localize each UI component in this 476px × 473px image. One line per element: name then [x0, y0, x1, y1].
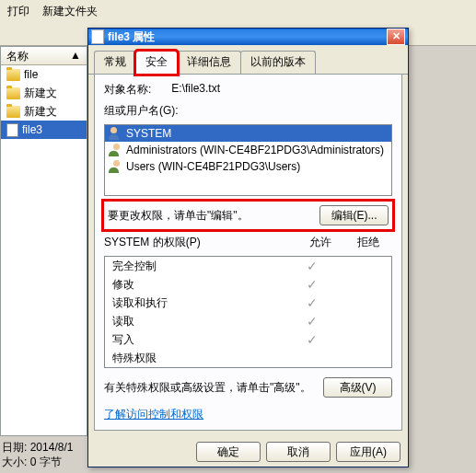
date-value: 2014/8/1	[30, 441, 74, 454]
advanced-hint-text: 有关特殊权限或高级设置，请单击"高级"。	[104, 381, 323, 394]
object-name-value: E:\file3.txt	[171, 82, 220, 98]
allow-header: 允许	[296, 235, 344, 250]
close-button[interactable]: ✕	[387, 29, 405, 45]
permission-name: 读取	[112, 314, 288, 329]
file-item-label: file3	[22, 123, 42, 136]
titlebar[interactable]: file3 属性 ✕	[88, 29, 408, 45]
allow-check-icon: ✓	[288, 332, 336, 347]
principals-list[interactable]: SYSTEMAdministrators (WIN-CE4BF21PDG3\Ad…	[104, 124, 392, 196]
principal-item[interactable]: Administrators (WIN-CE4BF21PDG3\Administ…	[105, 142, 391, 158]
edit-permissions-row: 要更改权限，请单击"编辑"。 编辑(E)...	[104, 202, 392, 229]
permission-row: 读取✓	[105, 312, 391, 330]
permissions-for-label: SYSTEM 的权限(P)	[104, 235, 296, 250]
apply-button[interactable]: 应用(A)	[336, 442, 401, 462]
tab-安全[interactable]: 安全	[135, 51, 178, 75]
file-list-panel: 名称 ▲ file新建文新建文file3	[0, 46, 87, 436]
allow-check-icon: ✓	[288, 259, 336, 273]
permission-name: 修改	[112, 277, 288, 293]
tab-以前的版本[interactable]: 以前的版本	[240, 51, 316, 74]
group-icon	[109, 144, 122, 156]
user-icon	[109, 127, 122, 140]
file-list-item[interactable]: 新建文	[1, 102, 87, 121]
folder-icon	[6, 106, 20, 118]
cancel-button[interactable]: 取消	[266, 442, 331, 462]
allow-check-icon: ✓	[288, 277, 336, 292]
date-label: 日期:	[2, 441, 27, 454]
allow-check-icon: ✓	[288, 295, 336, 310]
principal-item[interactable]: Users (WIN-CE4BF21PDG3\Users)	[105, 158, 391, 175]
file-list-item[interactable]: 新建文	[1, 84, 87, 102]
principal-name: Administrators (WIN-CE4BF21PDG3\Administ…	[126, 144, 384, 156]
size-label: 大小:	[2, 456, 27, 468]
tab-常规[interactable]: 常规	[94, 51, 136, 74]
allow-check-icon: ✓	[288, 314, 336, 329]
properties-dialog: file3 属性 ✕ 常规安全详细信息以前的版本 对象名称: E:\file3.…	[87, 28, 409, 467]
permission-name: 完全控制	[112, 259, 288, 274]
file-item-label: 新建文	[24, 86, 57, 101]
permissions-list: 完全控制✓修改✓读取和执行✓读取✓写入✓特殊权限	[104, 256, 392, 368]
edit-hint-text: 要更改权限，请单击"编辑"。	[108, 208, 249, 224]
permission-name: 读取和执行	[112, 295, 288, 311]
edit-button[interactable]: 编辑(E)...	[319, 205, 389, 225]
principal-name: Users (WIN-CE4BF21PDG3\Users)	[126, 160, 300, 173]
group-icon	[109, 160, 122, 173]
learn-more-link[interactable]: 了解访问控制和权限	[104, 403, 392, 422]
object-name-label: 对象名称:	[104, 82, 151, 98]
permission-row: 读取和执行✓	[105, 294, 391, 312]
print-button[interactable]: 打印	[7, 4, 29, 19]
advanced-button[interactable]: 高级(V)	[323, 377, 392, 398]
tab-strip: 常规安全详细信息以前的版本	[88, 45, 408, 75]
file-list-item[interactable]: file	[1, 65, 87, 84]
permission-row: 特殊权限	[105, 349, 391, 367]
column-name: 名称	[6, 49, 29, 63]
deny-header: 拒绝	[344, 235, 392, 250]
dialog-title: file3 属性	[108, 29, 387, 45]
file-list-item[interactable]: file3	[1, 121, 87, 139]
permission-name: 特殊权限	[112, 351, 288, 366]
document-icon	[91, 29, 104, 44]
file-item-label: 新建文	[24, 104, 57, 120]
new-folder-button[interactable]: 新建文件夹	[42, 4, 98, 19]
file-icon	[6, 123, 18, 137]
permission-row: 写入✓	[105, 330, 391, 349]
principal-item[interactable]: SYSTEM	[105, 125, 391, 142]
tab-body: 对象名称: E:\file3.txt 组或用户名(G): SYSTEMAdmin…	[94, 75, 402, 431]
dialog-button-row: 确定 取消 应用(A)	[88, 436, 408, 467]
size-value: 0 字节	[30, 456, 62, 468]
permission-row: 完全控制✓	[105, 257, 391, 275]
file-item-label: file	[24, 68, 38, 81]
folder-icon	[6, 69, 20, 81]
principal-name: SYSTEM	[126, 127, 171, 140]
column-header[interactable]: 名称 ▲	[1, 47, 87, 65]
groups-users-label: 组或用户名(G):	[104, 103, 392, 119]
permission-row: 修改✓	[105, 275, 391, 294]
permission-name: 写入	[112, 332, 288, 348]
ok-button[interactable]: 确定	[196, 442, 261, 462]
tab-详细信息[interactable]: 详细信息	[177, 51, 241, 74]
sort-arrow-icon: ▲	[70, 49, 81, 63]
folder-icon	[6, 87, 20, 99]
status-bar: 日期: 2014/8/1 大小: 0 字节	[0, 436, 75, 473]
